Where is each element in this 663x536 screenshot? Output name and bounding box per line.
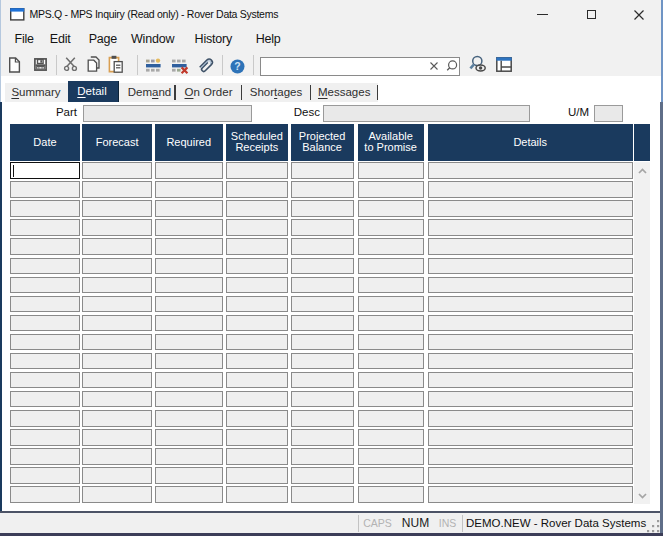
svg-text:?: ? xyxy=(234,60,240,72)
